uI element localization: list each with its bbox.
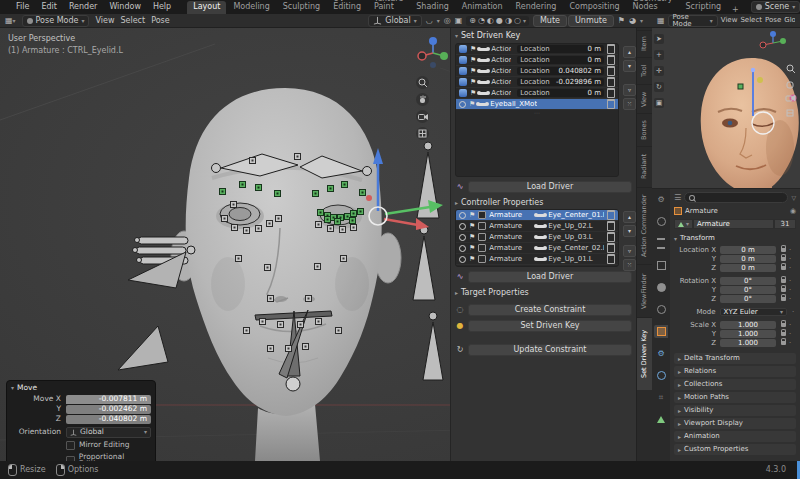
shading-options-icon[interactable]: ▾: [523, 18, 526, 24]
sidebar-tab-tool[interactable]: Tool: [637, 57, 652, 84]
cursor-tool-icon[interactable]: +: [654, 50, 664, 60]
sidebar-tab-radiant[interactable]: Radiant: [637, 146, 652, 187]
menu-view[interactable]: View: [95, 17, 114, 25]
trash-icon[interactable]: [607, 243, 615, 253]
move-tool-icon[interactable]: ✛: [654, 66, 664, 76]
lock-icon[interactable]: [781, 323, 786, 327]
controller-row[interactable]: ⚑ Armature Eye_Center_02.L: [456, 243, 618, 254]
trash-icon[interactable]: [607, 99, 615, 109]
flag-icon[interactable]: ⚑: [470, 57, 476, 64]
menu-pose[interactable]: Pose: [765, 17, 781, 24]
section-viewport-display[interactable]: ▸ Viewport Display: [674, 418, 796, 429]
sidebar-tab-view[interactable]: View: [637, 84, 652, 113]
workspace-tab-geometry-nodes[interactable]: Geometry Nodes: [627, 0, 679, 14]
menu-render[interactable]: Render: [67, 3, 99, 11]
section-collections[interactable]: ▸ Collections: [674, 379, 796, 390]
shading-solid-icon[interactable]: ●: [496, 17, 503, 25]
section-custom-properties[interactable]: ▸ Custom Properties: [674, 444, 796, 455]
flag-icon[interactable]: ⚑: [470, 90, 476, 97]
driver-row[interactable]: ⚑ Action Constraint Location-0.029896 m: [456, 77, 618, 88]
driver-value[interactable]: -0.029896 m: [553, 79, 604, 86]
move-y-field[interactable]: -0.002462 m: [66, 405, 151, 414]
checkbox-icon[interactable]: [478, 244, 486, 252]
section-visibility[interactable]: ▸ Visibility: [674, 405, 796, 416]
controller-row[interactable]: ⚑ Armature Eye_Up_02.L: [456, 221, 618, 232]
tab-scene[interactable]: [654, 281, 668, 294]
controller-row[interactable]: ⚑ Armature Eye_Up_03.L: [456, 232, 618, 243]
driver-row[interactable]: ⚑ Action Constraint Location0 m: [456, 88, 618, 99]
camera-view-icon[interactable]: [416, 110, 429, 123]
workspace-tab-layout[interactable]: Layout: [187, 1, 226, 14]
section-delta-transform[interactable]: ▸ Delta Transform: [674, 353, 796, 364]
driver-channel[interactable]: Location: [517, 68, 553, 75]
flag-icon[interactable]: ⚑: [469, 256, 475, 263]
move-up-button[interactable]: ▴: [623, 211, 636, 223]
trash-icon[interactable]: [607, 44, 615, 54]
show-overlays-icon[interactable]: ◔: [478, 17, 485, 25]
orientation-label[interactable]: Glo: [784, 17, 795, 24]
lock-icon[interactable]: [781, 288, 786, 292]
location-z-field[interactable]: 0 m: [720, 264, 776, 272]
menu-select[interactable]: Select: [740, 17, 762, 24]
expand-menu-button[interactable]: ▿: [623, 84, 636, 96]
filter-icon[interactable]: ▽: [791, 195, 796, 201]
menu-window[interactable]: Window: [107, 3, 143, 11]
trash-icon[interactable]: [607, 254, 615, 264]
tab-physics[interactable]: [654, 369, 668, 382]
animate-dot[interactable]: ·: [787, 256, 793, 263]
menu-file[interactable]: File: [14, 3, 31, 11]
scale-tool-icon[interactable]: ▣: [654, 98, 664, 108]
secondary-3d-viewport[interactable]: ➤ + ✛ ↻ ▣: [652, 28, 800, 188]
orientation-dropdown[interactable]: Global ▾: [66, 427, 151, 438]
tab-render[interactable]: [654, 215, 668, 228]
workspace-tab-uv-editing[interactable]: UV Editing: [327, 0, 367, 14]
menu-view[interactable]: View: [721, 17, 738, 24]
lock-icon[interactable]: [781, 297, 786, 301]
lock-icon[interactable]: [781, 332, 786, 336]
collapse-icon[interactable]: ▾: [674, 236, 677, 242]
trash-icon[interactable]: [607, 232, 615, 242]
animate-dot[interactable]: ·: [787, 322, 793, 329]
workspace-tab-animation[interactable]: Animation: [456, 1, 509, 14]
section-motion-paths[interactable]: ▸ Motion Paths: [674, 392, 796, 403]
unmute-button[interactable]: Unmute: [568, 15, 614, 27]
users-count-button[interactable]: 31: [774, 219, 796, 229]
workspace-tab-shading[interactable]: Shading: [410, 1, 455, 14]
iris-widget-left[interactable]: [229, 208, 251, 221]
controller-row-selected[interactable]: ⚑ Armature Eye_Center_01.L: [456, 210, 618, 221]
mode-dropdown[interactable]: Pose Mode ▾: [668, 15, 718, 27]
rotation-mode-dropdown[interactable]: XYZ Euler ▾: [720, 308, 787, 316]
filter-button[interactable]: ⁙: [623, 259, 636, 271]
driver-row[interactable]: ⚑ Action Constraint Location0.040802 m: [456, 66, 618, 77]
move-up-button[interactable]: ▴: [623, 46, 636, 58]
driver-row[interactable]: ⚑ Action Constraint_Flipped Location0 m: [456, 55, 618, 66]
filter-button[interactable]: ⁙: [623, 98, 636, 110]
trash-icon[interactable]: [607, 88, 615, 98]
trash-icon[interactable]: [607, 77, 615, 87]
transform-orientation-dropdown[interactable]: Global ▾: [368, 15, 422, 27]
scale-y-field[interactable]: 1.000: [720, 330, 776, 338]
scale-z-field[interactable]: 1.000: [720, 339, 776, 347]
driver-value[interactable]: 0 m: [553, 57, 604, 64]
tab-object-data[interactable]: [654, 413, 668, 426]
move-z-field[interactable]: -0.040802 m: [66, 415, 151, 424]
sidebar-tab-action-commander[interactable]: Action Commander: [637, 187, 652, 264]
lock-icon[interactable]: [781, 266, 786, 270]
orientation-gizmo[interactable]: [416, 36, 450, 70]
driver-channel[interactable]: Location: [517, 79, 553, 86]
add-workspace-button[interactable]: +: [728, 6, 743, 14]
right-orientation-gizmo[interactable]: [760, 31, 786, 48]
section-animation[interactable]: ▸ Animation: [674, 431, 796, 442]
collapse-icon[interactable]: ▾: [455, 33, 458, 39]
show-gizmo-icon[interactable]: ⊕: [469, 17, 476, 25]
workspace-tab-texture-paint[interactable]: Texture Paint: [368, 0, 409, 14]
workspace-tab-compositing[interactable]: Compositing: [563, 1, 625, 14]
animate-dot[interactable]: ·: [787, 265, 793, 272]
driver-value[interactable]: 0 m: [553, 90, 604, 97]
rotate-tool-icon[interactable]: ↻: [654, 82, 664, 92]
driver-value[interactable]: 0 m: [553, 46, 604, 53]
tab-modifiers[interactable]: ⚙: [654, 347, 668, 360]
controller-properties-header[interactable]: Controller Properties: [461, 199, 543, 207]
side-cones-right[interactable]: [413, 142, 443, 380]
expand-arrow-icon[interactable]: ▸: [455, 200, 458, 206]
